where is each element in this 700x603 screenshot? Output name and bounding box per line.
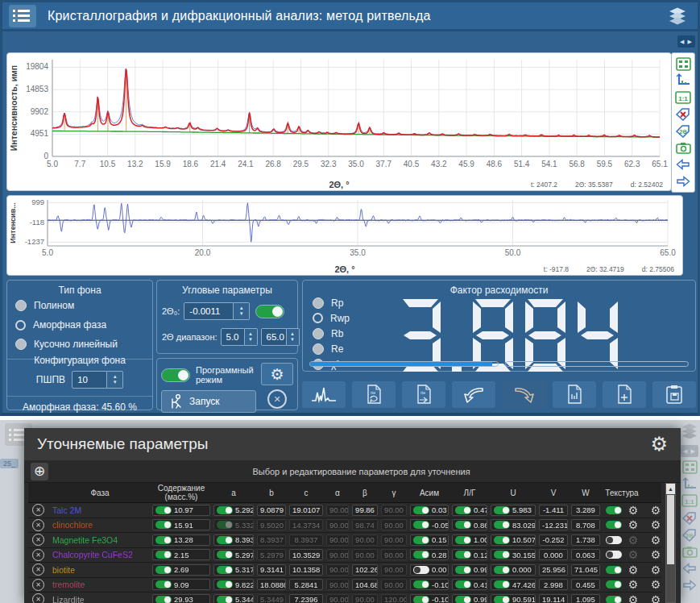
param-toggle[interactable] bbox=[455, 596, 471, 603]
param-value[interactable]: 90.00 bbox=[329, 580, 349, 589]
range-to-spinner[interactable]: ▲▼ bbox=[287, 328, 300, 346]
param-value[interactable]: 98.74 bbox=[355, 521, 375, 530]
texture-settings-icon[interactable]: ⚙ bbox=[628, 504, 639, 517]
param-toggle[interactable] bbox=[455, 580, 471, 588]
param-toggle[interactable] bbox=[413, 521, 429, 529]
param-value[interactable]: 1.00 bbox=[474, 535, 487, 544]
param-value[interactable]: -0.10 bbox=[432, 580, 449, 589]
arrow-left-icon[interactable] bbox=[675, 157, 691, 172]
file-data-button[interactable] bbox=[553, 381, 596, 408]
param-value[interactable]: 0.41 bbox=[474, 580, 487, 589]
range-to-input[interactable]: 65.0 bbox=[261, 328, 287, 346]
param-value[interactable]: 0.000 bbox=[544, 551, 563, 559]
remove-phase-icon[interactable]: ✕ bbox=[32, 579, 44, 591]
param-toggle[interactable] bbox=[455, 536, 471, 544]
redo-button[interactable] bbox=[503, 381, 546, 408]
param-value[interactable]: 90.00 bbox=[355, 551, 375, 559]
param-toggle[interactable] bbox=[606, 506, 622, 514]
param-toggle[interactable] bbox=[494, 506, 510, 514]
sidebar-collapse[interactable]: ◀▶ bbox=[677, 35, 695, 48]
param-value[interactable]: 5.3324 bbox=[235, 521, 254, 530]
divergence-option-re[interactable]: Re bbox=[304, 341, 358, 356]
param-value[interactable]: 0.03 bbox=[432, 505, 447, 514]
diffractogram-chart[interactable]: 5.07.710.513.215.918.621.424.126.829.532… bbox=[6, 52, 672, 191]
param-value[interactable]: 5.2925 bbox=[235, 505, 254, 514]
param-toggle[interactable] bbox=[155, 580, 172, 588]
param-toggle[interactable] bbox=[455, 506, 471, 514]
param-toggle[interactable] bbox=[155, 536, 172, 544]
param-value[interactable]: 90.00 bbox=[384, 551, 404, 559]
remove-phase-icon[interactable]: ✕ bbox=[32, 593, 44, 603]
remove-phase-icon[interactable]: ✕ bbox=[32, 549, 44, 561]
param-value[interactable]: 90.00 bbox=[384, 580, 404, 589]
phase-name[interactable]: tremolite bbox=[49, 580, 151, 589]
param-value[interactable]: 0.455 bbox=[576, 580, 595, 589]
one-to-one-icon[interactable]: 1:1 bbox=[675, 90, 691, 105]
param-value[interactable]: 2.998 bbox=[544, 580, 563, 589]
param-toggle[interactable] bbox=[494, 566, 510, 574]
param-value[interactable]: 0.15 bbox=[432, 535, 447, 544]
param-value[interactable]: 19.0107 bbox=[292, 505, 320, 514]
param-toggle[interactable] bbox=[606, 551, 622, 559]
divergence-option-rwp[interactable]: Rwp bbox=[304, 310, 358, 326]
param-value[interactable]: 2.69 bbox=[174, 565, 189, 574]
param-value[interactable]: 8.3937 bbox=[294, 535, 317, 544]
clipboard-save-button[interactable] bbox=[652, 381, 696, 408]
param-toggle[interactable] bbox=[413, 596, 429, 603]
param-value[interactable]: 0.28 bbox=[432, 551, 447, 559]
param-value[interactable]: 0.000 bbox=[512, 565, 532, 574]
remove-phase-icon[interactable]: ✕ bbox=[32, 534, 44, 546]
param-value[interactable]: 8.3937 bbox=[235, 535, 254, 544]
divergence-option-rp[interactable]: Rp bbox=[304, 295, 358, 310]
param-value[interactable]: 90.591 bbox=[512, 595, 536, 603]
param-value[interactable]: 99.86 bbox=[355, 505, 375, 514]
param-toggle[interactable] bbox=[494, 551, 510, 559]
remove-phase-icon[interactable]: ✕ bbox=[32, 519, 44, 531]
param-value[interactable]: 9.5020 bbox=[260, 521, 284, 530]
parameters-settings-icon[interactable]: ⚙ bbox=[650, 435, 668, 454]
param-toggle[interactable] bbox=[217, 536, 233, 544]
difference-chart[interactable]: 5.020.035.050.065.0999-118-1237Интенсив.… bbox=[6, 195, 683, 276]
range-from-spinner[interactable]: ▲▼ bbox=[245, 328, 258, 346]
param-value[interactable]: 90.00 bbox=[329, 595, 349, 603]
param-value[interactable]: 10.1358 bbox=[292, 565, 320, 574]
param-toggle[interactable] bbox=[155, 551, 172, 559]
add-phase-button[interactable]: ⊕ bbox=[31, 463, 48, 480]
tag-delete-icon[interactable] bbox=[675, 107, 691, 122]
param-value[interactable]: 29.93 bbox=[174, 595, 193, 603]
param-toggle[interactable] bbox=[217, 521, 233, 529]
texture-settings-icon[interactable]: ⚙ bbox=[628, 563, 639, 576]
param-value[interactable]: 10.3529 bbox=[292, 551, 320, 559]
param-toggle[interactable] bbox=[217, 596, 233, 603]
param-value[interactable]: 0.00 bbox=[432, 565, 447, 574]
param-toggle[interactable] bbox=[217, 506, 233, 514]
param-value[interactable]: 90.00 bbox=[329, 505, 349, 514]
param-value[interactable]: 5.3449 bbox=[235, 595, 254, 603]
param-value[interactable]: 90.00 bbox=[355, 535, 375, 544]
param-toggle[interactable] bbox=[155, 521, 172, 529]
param-value[interactable]: 90.00 bbox=[384, 565, 404, 574]
param-toggle[interactable] bbox=[413, 536, 429, 544]
divergence-option-rb[interactable]: Rb bbox=[304, 326, 358, 341]
axes-scale-icon[interactable] bbox=[675, 73, 691, 88]
param-value[interactable]: 5.983 bbox=[512, 505, 532, 514]
param-value[interactable]: 0.47 bbox=[474, 505, 487, 514]
param-value[interactable]: 90.00 bbox=[329, 551, 349, 559]
param-value[interactable]: 90.00 bbox=[384, 505, 404, 514]
param-toggle[interactable] bbox=[606, 566, 622, 574]
param-value[interactable]: 5.2979 bbox=[260, 551, 284, 559]
run-button[interactable]: Запуск bbox=[161, 390, 256, 413]
param-value[interactable]: 120.00 bbox=[384, 595, 407, 603]
param-value[interactable]: 90.00 bbox=[329, 535, 349, 544]
param-value[interactable]: 8.708 bbox=[576, 521, 595, 530]
camera-icon[interactable] bbox=[675, 140, 691, 155]
layers-icon[interactable] bbox=[667, 7, 691, 25]
pshpv-input[interactable]: 10 bbox=[72, 371, 107, 389]
param-value[interactable]: 104.68 bbox=[355, 580, 378, 589]
table-scrollbar[interactable]: ▲ bbox=[665, 483, 676, 603]
undo-button[interactable] bbox=[452, 381, 495, 408]
param-value[interactable]: -0.10 bbox=[432, 595, 449, 603]
phase-name[interactable]: biotite bbox=[49, 565, 151, 575]
param-toggle[interactable] bbox=[413, 506, 429, 514]
param-value[interactable]: 9.0879 bbox=[260, 505, 284, 514]
